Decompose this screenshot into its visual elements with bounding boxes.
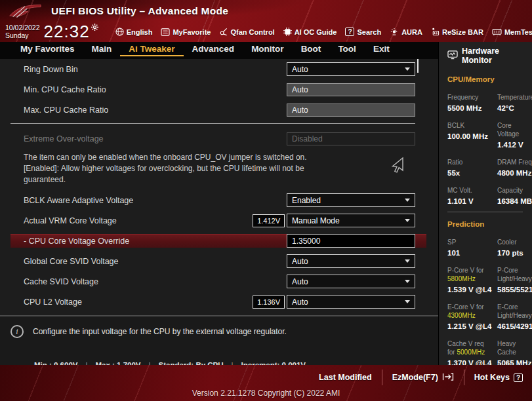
chevron-down-icon [405,199,410,202]
min-cpu-cache-ratio-input[interactable]: Auto [287,83,415,96]
last-modified-button[interactable]: Last Modified [319,373,372,382]
stat-cache-voltage: Cache V req for 5000MHz 1.370 V @L4 [447,339,495,365]
tab-advanced[interactable]: Advanced [184,42,243,56]
setting-label: - CPU Core Voltage Override [24,237,287,246]
max-cpu-cache-ratio-input[interactable]: Auto [287,104,415,117]
ram-icon [492,28,502,36]
language-button[interactable]: English [115,28,153,36]
chevron-down-icon [405,300,410,303]
dropdown-value: Auto [292,297,308,307]
setting-row-bclk-aware-adaptive-voltage: BCLK Aware Adaptive Voltage Enabled [10,193,415,207]
stat-bclk: BCLK 100.00 MHz [447,121,495,149]
prediction-stats: SP 101 Cooler 170 pts P-Core V for 5800M… [447,238,528,365]
setting-row-cpu-l2-voltage: CPU L2 Voltage 1.136V Auto [10,295,415,309]
setting-label: Global Core SVID Voltage [24,257,287,266]
setting-row-ring-down-bin: Ring Down Bin Auto [10,62,415,76]
fan-icon [219,28,228,36]
help-line-2: [Enabled]: Allow higher voltages for ove… [24,163,324,185]
global-core-svid-voltage-dropdown[interactable]: Auto [287,254,415,268]
cpu-memory-stats: Frequency 5500 MHz Temperature 42°C BCLK… [447,93,528,205]
aura-button[interactable]: AURA [390,28,422,36]
monitor-icon [447,50,458,62]
dropdown-value: Enabled [292,196,321,205]
chip-icon [283,28,292,36]
header: UEFI BIOS Utility – Advanced Mode 10/02/… [0,0,532,42]
tab-my-favorites[interactable]: My Favorites [12,42,83,56]
tab-main[interactable]: Main [83,42,121,56]
my-favorite-button[interactable]: MyFavorite [161,28,211,36]
vrm-voltage-badge: 1.412V [253,214,285,227]
bclk-aware-adaptive-voltage-dropdown[interactable]: Enabled [287,193,415,207]
aura-lamp-icon [390,28,399,36]
ez-mode-label: EzMode(F7) [392,373,438,382]
my-favorite-label: MyFavorite [173,28,211,36]
stat-dram-freq: DRAM Freq. 4800 MHz [497,158,532,177]
app-title: UEFI BIOS Utility – Advanced Mode [51,5,228,17]
stat-cooler: Cooler 170 pts [497,238,532,257]
question-icon: ? [345,28,354,36]
setting-row-cpu-core-voltage-override[interactable]: - CPU Core Voltage Override 1.35000 [10,234,426,248]
question-icon: ? [514,373,523,382]
resize-bar-icon [431,28,440,36]
tab-tool[interactable]: Tool [329,42,365,56]
memtest-button[interactable]: MemTest86 [492,28,532,36]
scrollbar-thumb[interactable] [417,59,419,73]
hot-keys-button[interactable]: Hot Keys ? [474,373,523,382]
search-label: Search [357,28,381,36]
stat-pcore-light-heavy: P-Core Light/Heavy 5855/5521 [497,266,532,294]
cpu-l2-voltage-dropdown[interactable]: Auto [287,295,415,309]
stat-ratio: Ratio 55x [447,158,495,177]
setting-label: Extreme Over-voltage [24,134,287,143]
tab-exit[interactable]: Exit [365,42,398,56]
qfan-control-button[interactable]: Qfan Control [219,28,274,36]
tab-monitor[interactable]: Monitor [243,42,293,56]
favorite-list-icon [161,28,170,36]
hardware-monitor-panel: Hardware Monitor CPU/Memory Frequency 55… [438,42,532,365]
exit-arrow-icon [442,372,454,383]
clock-display: 22:32 [44,22,90,42]
main-panel: My Favorites Main Ai Tweaker Advanced Mo… [0,42,438,365]
setting-label: CPU L2 Voltage [24,297,253,307]
sidebar-divider [447,212,523,212]
search-button[interactable]: ? Search [345,28,381,36]
stat-ecore-voltage: E-Core V for 4300MHz 1.215 V @L4 [447,303,495,330]
chevron-down-icon [405,280,410,283]
footer-divider [382,370,382,385]
setting-label: Actual VRM Core Voltage [24,216,253,225]
actual-vrm-core-voltage-dropdown[interactable]: Manual Mode [287,214,415,227]
dropdown-value: Manual Mode [292,216,340,225]
aura-label: AURA [401,28,422,36]
l2-voltage-badge: 1.136V [253,296,285,309]
setting-row-extreme-over-voltage: Extreme Over-voltage Disabled [10,132,415,145]
setting-row-global-core-svid-voltage: Global Core SVID Voltage Auto [10,254,415,268]
language-label: English [127,28,153,36]
chevron-down-icon [405,219,410,222]
setting-label: Ring Down Bin [24,65,287,74]
uefi-bios-window: UEFI BIOS Utility – Advanced Mode 10/02/… [0,0,532,401]
tab-ai-tweaker[interactable]: Ai Tweaker [120,42,183,56]
ez-mode-button[interactable]: EzMode(F7) [392,372,454,383]
hardware-monitor-header: Hardware Monitor [447,47,528,65]
ai-oc-guide-label: AI OC Guide [295,28,337,36]
section-divider [10,123,415,124]
day-text: Sunday [5,32,40,40]
menu-bar: My Favorites Main Ai Tweaker Advanced Mo… [0,42,438,59]
setting-label: BCLK Aware Adaptive Voltage [24,196,287,205]
setting-row-cache-svid-voltage: Cache SVID Voltage Auto [10,275,415,288]
globe-icon [115,28,124,36]
ring-down-bin-dropdown[interactable]: Auto [287,62,415,76]
hardware-monitor-title: Hardware Monitor [462,47,528,65]
stat-pcore-voltage: P-Core V for 5800MHz 1.539 V @L4 [447,266,495,294]
cache-svid-voltage-dropdown[interactable]: Auto [287,275,415,288]
ai-oc-guide-button[interactable]: AI OC Guide [283,28,337,36]
memtest-label: MemTest86 [504,28,532,36]
cpu-core-voltage-override-input[interactable]: 1.35000 [287,234,415,248]
tab-boot[interactable]: Boot [293,42,330,56]
dropdown-value: Auto [292,257,308,266]
setting-help-text: The item can only be enabled when the on… [10,152,324,185]
resize-bar-button[interactable]: ReSize BAR [431,28,483,36]
setting-label: Min. CPU Cache Ratio [24,85,287,94]
gear-icon[interactable] [91,22,98,33]
input-value: Auto [292,85,308,94]
prediction-section-title: Prediction [447,220,528,228]
